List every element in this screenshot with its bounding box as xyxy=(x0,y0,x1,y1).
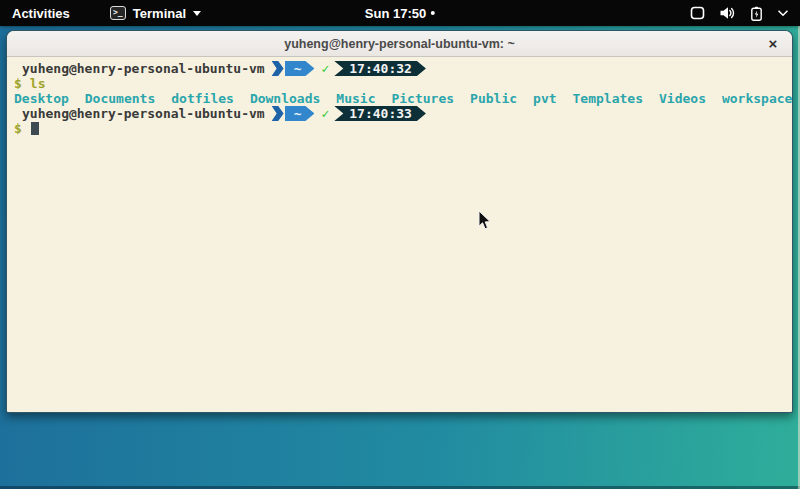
prompt-line-2: yuheng@henry-personal-ubuntu-vm ~ ✓ 17:4… xyxy=(14,106,792,121)
window-titlebar[interactable]: yuheng@henry-personal-ubuntu-vm: ~ × xyxy=(7,31,792,57)
close-button[interactable]: × xyxy=(762,31,784,56)
status-check-icon: ✓ xyxy=(321,106,329,121)
clock-menu[interactable]: Sun 17:50 xyxy=(365,0,435,26)
app-menu-terminal[interactable]: >_ Terminal xyxy=(110,6,201,21)
top-bar: Activities >_ Terminal Sun 17:50 xyxy=(0,0,800,26)
prompt-line-1: yuheng@henry-personal-ubuntu-vm ~ ✓ 17:4… xyxy=(14,61,792,76)
prompt-user-host: yuheng@henry-personal-ubuntu-vm xyxy=(14,61,265,76)
screen-icon xyxy=(690,6,705,20)
activities-button[interactable]: Activities xyxy=(12,6,70,21)
battery-charging-icon xyxy=(749,6,764,21)
input-line: $ xyxy=(14,121,792,136)
powerline-chevron-icon xyxy=(272,61,284,76)
prompt-time-segment: 17:40:33 xyxy=(334,106,426,121)
prompt-cwd-segment: ~ xyxy=(285,61,315,76)
prompt-user-host: yuheng@henry-personal-ubuntu-vm xyxy=(14,106,265,121)
ls-entry: Downloads xyxy=(250,91,320,106)
ls-entry: Documents xyxy=(85,91,155,106)
ls-output-row: DesktopDocumentsdotfilesDownloadsMusicPi… xyxy=(14,91,792,106)
typed-command: ls xyxy=(30,76,46,91)
status-check-icon: ✓ xyxy=(321,61,329,76)
prompt-symbol: $ xyxy=(14,121,22,136)
ls-entry: Public xyxy=(470,91,517,106)
terminal-content[interactable]: yuheng@henry-personal-ubuntu-vm ~ ✓ 17:4… xyxy=(7,58,792,412)
mouse-pointer-icon xyxy=(478,210,492,231)
prompt-cwd-segment: ~ xyxy=(285,106,315,121)
ls-entry: pvt xyxy=(533,91,556,106)
prompt-symbol: $ xyxy=(14,76,22,91)
system-status-area[interactable] xyxy=(690,6,788,21)
window-title: yuheng@henry-personal-ubuntu-vm: ~ xyxy=(284,37,515,51)
ls-entry: dotfiles xyxy=(171,91,234,106)
ls-entry: Videos xyxy=(659,91,706,106)
prompt-time-segment: 17:40:32 xyxy=(334,61,426,76)
ls-entry: workspace xyxy=(722,91,792,106)
terminal-app-icon: >_ xyxy=(110,6,126,20)
ls-entry: Music xyxy=(336,91,375,106)
dropdown-arrow-icon xyxy=(193,11,201,16)
powerline-chevron-icon xyxy=(272,106,284,121)
ls-entry: Desktop xyxy=(14,91,69,106)
command-line: $ls xyxy=(14,76,792,91)
volume-icon xyxy=(719,6,735,20)
ls-entry: Templates xyxy=(573,91,643,106)
chevron-down-icon xyxy=(778,10,788,17)
terminal-window: yuheng@henry-personal-ubuntu-vm: ~ × yuh… xyxy=(6,30,793,413)
ls-entry: Pictures xyxy=(391,91,454,106)
notification-dot xyxy=(431,11,435,15)
clock-label: Sun 17:50 xyxy=(365,6,426,21)
app-menu-label: Terminal xyxy=(133,6,186,21)
terminal-cursor xyxy=(31,122,39,135)
